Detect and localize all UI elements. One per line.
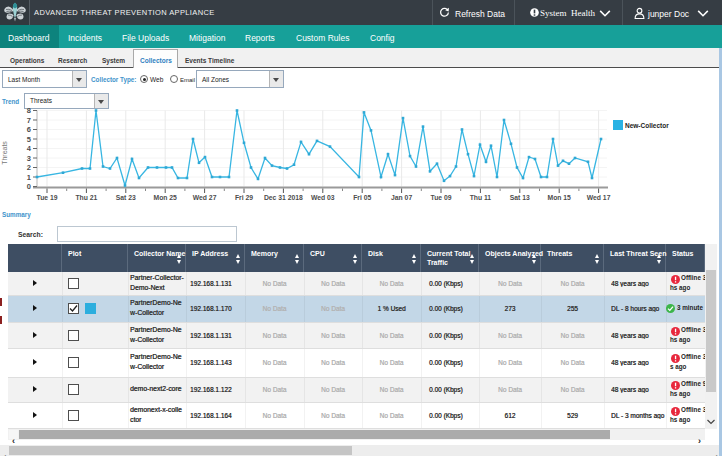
svg-text:Thu 11: Thu 11 bbox=[470, 194, 492, 201]
svg-text:Sat 23: Sat 23 bbox=[116, 194, 136, 201]
svg-text:0: 0 bbox=[27, 182, 31, 191]
svg-text:Wed 27: Wed 27 bbox=[193, 194, 217, 201]
svg-text:Mon 15: Mon 15 bbox=[547, 194, 571, 201]
svg-text:New-Collector: New-Collector bbox=[625, 122, 669, 129]
svg-text:7: 7 bbox=[27, 116, 31, 125]
svg-text:Wed 17: Wed 17 bbox=[587, 194, 611, 201]
svg-text:4: 4 bbox=[27, 144, 32, 153]
svg-text:8: 8 bbox=[27, 106, 31, 115]
svg-text:5: 5 bbox=[27, 135, 31, 144]
svg-text:Dec 31 2018: Dec 31 2018 bbox=[264, 194, 303, 201]
svg-text:Jan 07: Jan 07 bbox=[391, 194, 412, 201]
svg-text:Fri 05: Fri 05 bbox=[353, 194, 371, 201]
svg-text:Fri 29: Fri 29 bbox=[235, 194, 253, 201]
svg-text:Tue 09: Tue 09 bbox=[430, 194, 451, 201]
svg-text:Mon 25: Mon 25 bbox=[153, 194, 177, 201]
svg-text:3: 3 bbox=[27, 154, 31, 163]
svg-text:2: 2 bbox=[27, 163, 31, 172]
svg-text:6: 6 bbox=[27, 125, 31, 134]
svg-text:Wed 03: Wed 03 bbox=[311, 194, 335, 201]
svg-text:Threats: Threats bbox=[1, 141, 8, 165]
svg-text:Tue 19: Tue 19 bbox=[36, 194, 57, 201]
svg-text:1: 1 bbox=[27, 173, 31, 182]
svg-text:Thu 21: Thu 21 bbox=[75, 194, 97, 201]
svg-text:Sat 13: Sat 13 bbox=[510, 194, 530, 201]
